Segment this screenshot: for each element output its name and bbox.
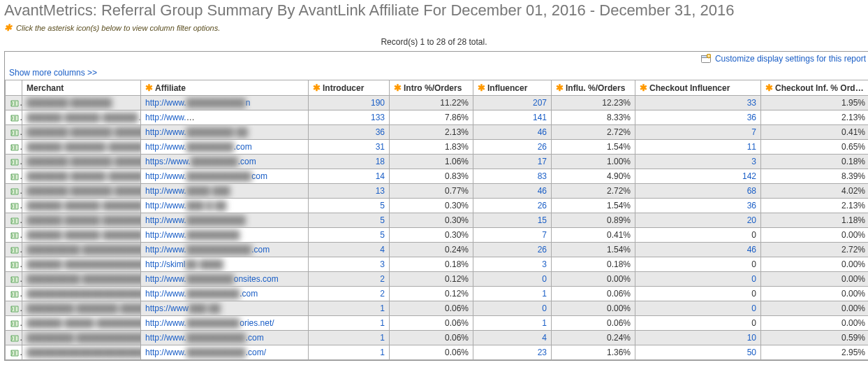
influencer-cell-link[interactable]: 26 <box>538 142 547 152</box>
asterisk-icon[interactable]: ✱ <box>313 83 321 93</box>
introducer-cell-link[interactable]: 36 <box>376 127 385 137</box>
expand-icon[interactable] <box>10 246 20 255</box>
row-action-cell[interactable] <box>6 345 22 360</box>
influencer-cell-link[interactable]: 23 <box>538 348 547 357</box>
col-header-introducer[interactable]: ✱Introducer <box>309 80 390 96</box>
col-header-intro-pct[interactable]: ✱Intro %/Orders <box>390 80 473 96</box>
influencer-cell-link[interactable]: 83 <box>538 171 547 181</box>
introducer-cell-link[interactable]: 5 <box>380 215 385 225</box>
expand-icon[interactable] <box>10 173 20 181</box>
affiliate-link[interactable]: http://skiml██ ████ <box>145 259 223 269</box>
expand-icon[interactable] <box>10 261 20 269</box>
row-action-cell[interactable] <box>6 96 22 110</box>
checkout-inf-cell-link[interactable]: 7 <box>751 127 756 137</box>
expand-icon[interactable] <box>10 143 20 152</box>
customize-settings-link[interactable]: Customize display settings for this repo… <box>715 54 866 64</box>
col-header-affiliate[interactable]: ✱Affiliate <box>141 80 309 96</box>
influencer-cell-link[interactable]: 46 <box>538 186 547 196</box>
expand-icon[interactable] <box>10 114 20 122</box>
row-action-cell[interactable] <box>6 243 22 257</box>
affiliate-link[interactable]: http://www.███ █ ██ <box>145 201 226 210</box>
expand-icon[interactable] <box>10 158 20 166</box>
influencer-cell-link[interactable]: 46 <box>538 127 547 137</box>
affiliate-link[interactable]: http://www.██████████.com <box>145 333 264 343</box>
row-action-cell[interactable] <box>6 228 22 243</box>
checkout-inf-cell-link[interactable]: 36 <box>747 201 756 210</box>
row-action-cell[interactable] <box>6 316 22 331</box>
row-action-cell[interactable] <box>6 199 22 213</box>
expand-icon[interactable] <box>10 290 20 299</box>
affiliate-link[interactable]: http://www.████████onsites.com <box>145 274 279 284</box>
col-header-checkout-pct[interactable]: ✱Checkout Inf. % Orders <box>761 80 869 96</box>
row-action-cell[interactable] <box>6 257 22 272</box>
affiliate-link[interactable]: http://www.█████████ <box>145 230 240 240</box>
expand-icon[interactable] <box>10 276 20 284</box>
asterisk-icon[interactable]: ✱ <box>556 83 564 93</box>
asterisk-icon[interactable]: ✱ <box>640 83 647 93</box>
affiliate-link[interactable]: http://www.█████████.com <box>145 289 258 299</box>
introducer-cell-link[interactable]: 5 <box>380 201 385 210</box>
affiliate-link[interactable]: http://www.██████████.com/ <box>145 348 266 357</box>
influencer-cell-link[interactable]: 3 <box>542 259 547 269</box>
expand-icon[interactable] <box>10 129 20 137</box>
introducer-cell-link[interactable]: 18 <box>376 157 385 166</box>
introducer-cell-link[interactable]: 5 <box>380 230 385 240</box>
introducer-cell-link[interactable]: 13 <box>376 186 385 196</box>
row-action-cell[interactable] <box>6 169 22 184</box>
checkout-inf-cell-link[interactable]: 0 <box>751 303 756 313</box>
expand-icon[interactable] <box>10 231 20 240</box>
expand-icon[interactable] <box>10 320 20 328</box>
expand-icon[interactable] <box>10 217 20 225</box>
affiliate-link[interactable]: http://www.██████ ████/██████████ <box>145 113 309 122</box>
asterisk-icon[interactable]: ✱ <box>145 83 153 93</box>
affiliate-link[interactable]: http://www.████ ███ <box>145 186 230 196</box>
checkout-inf-cell-link[interactable]: 142 <box>742 171 756 181</box>
asterisk-icon[interactable]: ✱ <box>765 83 773 93</box>
influencer-cell-link[interactable]: 0 <box>542 274 547 284</box>
expand-icon[interactable] <box>10 202 20 210</box>
affiliate-link[interactable]: http://www.█████████ories.net/ <box>145 318 274 328</box>
row-action-cell[interactable] <box>6 301 22 316</box>
influencer-cell-link[interactable]: 7 <box>542 230 547 240</box>
affiliate-link[interactable]: http://www.████████.com <box>145 142 252 152</box>
row-action-cell[interactable] <box>6 140 22 155</box>
checkout-inf-cell-link[interactable]: 33 <box>747 98 756 108</box>
affiliate-link[interactable]: http://www.██████████ <box>145 215 246 225</box>
introducer-cell-link[interactable]: 190 <box>371 98 385 108</box>
checkout-inf-cell-link[interactable]: 0 <box>751 274 756 284</box>
asterisk-icon[interactable]: ✱ <box>394 83 402 93</box>
introducer-cell-link[interactable]: 2 <box>380 289 385 299</box>
checkout-inf-cell-link[interactable]: 10 <box>747 333 756 343</box>
affiliate-link[interactable]: http://www.██████████n <box>145 98 250 108</box>
row-action-cell[interactable] <box>6 155 22 169</box>
affiliate-link[interactable]: https://www.████████.com <box>145 157 256 166</box>
row-action-cell[interactable] <box>6 110 22 125</box>
introducer-cell-link[interactable]: 133 <box>371 113 385 122</box>
expand-icon[interactable] <box>10 334 20 343</box>
influencer-cell-link[interactable]: 26 <box>538 245 547 255</box>
row-action-cell[interactable] <box>6 213 22 228</box>
checkout-inf-cell-link[interactable]: 50 <box>747 348 756 357</box>
col-header-merchant[interactable]: Merchant <box>22 80 141 96</box>
expand-icon[interactable] <box>10 99 20 108</box>
expand-icon[interactable] <box>10 349 20 357</box>
influencer-cell-link[interactable]: 15 <box>538 215 547 225</box>
expand-icon[interactable] <box>10 187 20 196</box>
checkout-inf-cell-link[interactable]: 20 <box>747 215 756 225</box>
introducer-cell-link[interactable]: 31 <box>376 142 385 152</box>
row-action-cell[interactable] <box>6 287 22 301</box>
show-more-columns-link[interactable]: Show more columns >> <box>9 68 97 78</box>
influencer-cell-link[interactable]: 17 <box>538 157 547 166</box>
checkout-inf-cell-link[interactable]: 11 <box>747 142 756 152</box>
introducer-cell-link[interactable]: 1 <box>380 318 385 328</box>
influencer-cell-link[interactable]: 1 <box>542 289 547 299</box>
checkout-inf-cell-link[interactable]: 46 <box>747 245 756 255</box>
row-action-cell[interactable] <box>6 331 22 345</box>
checkout-inf-cell-link[interactable]: 36 <box>747 113 756 122</box>
introducer-cell-link[interactable]: 14 <box>376 171 385 181</box>
introducer-cell-link[interactable]: 3 <box>380 259 385 269</box>
col-header-influ-pct[interactable]: ✱Influ. %/Orders <box>552 80 635 96</box>
influencer-cell-link[interactable]: 141 <box>533 113 547 122</box>
affiliate-link[interactable]: http://www.███████████.com <box>145 245 270 255</box>
expand-icon[interactable] <box>10 305 20 313</box>
